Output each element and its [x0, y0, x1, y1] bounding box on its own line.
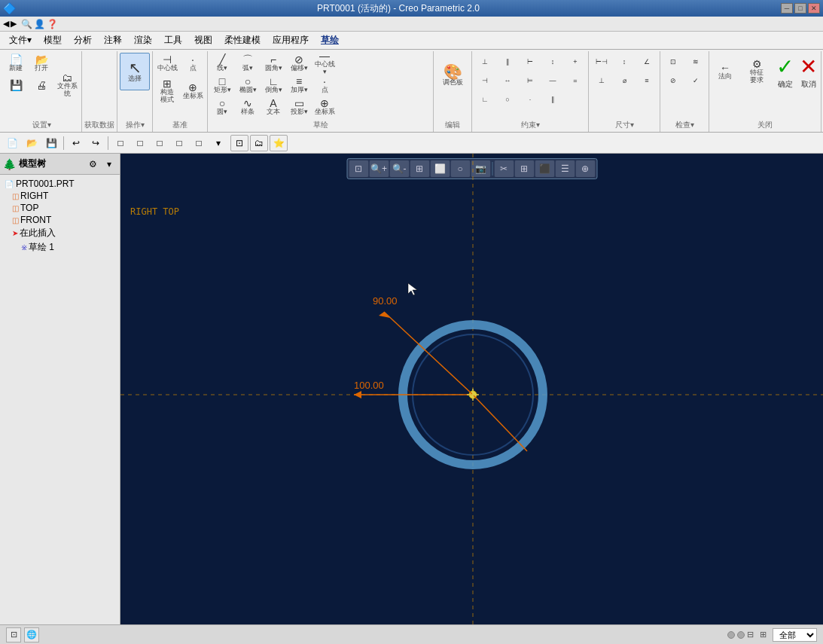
- menu-render[interactable]: 渲染: [128, 32, 158, 48]
- point-button[interactable]: ·点: [181, 53, 205, 74]
- help-icon[interactable]: ❓: [47, 19, 58, 29]
- inspect4-button[interactable]: ✓: [685, 72, 706, 90]
- palette-button[interactable]: 🎨 调色板: [436, 53, 469, 98]
- c1-button[interactable]: ⊥: [474, 53, 495, 71]
- c4-button[interactable]: ↕: [542, 53, 563, 71]
- panel-settings-btn[interactable]: ⚙: [85, 157, 100, 172]
- coord-system2-button[interactable]: ⊕坐标系: [312, 96, 337, 118]
- vt-zoom-out[interactable]: 🔍-: [389, 160, 409, 177]
- panel-expand-btn[interactable]: ▾: [102, 157, 117, 172]
- new-button[interactable]: 📄新建: [4, 53, 28, 74]
- centerline2-button[interactable]: —中心线▾: [312, 53, 337, 74]
- c12-button[interactable]: ○: [497, 90, 518, 108]
- panel-toggle-btn2[interactable]: 🗂: [250, 135, 268, 151]
- tree-item-right[interactable]: ◫ RIGHT: [3, 190, 117, 202]
- ellipse-button[interactable]: ○椭圆▾: [236, 75, 260, 96]
- menu-file[interactable]: 文件▾: [3, 32, 38, 48]
- vt-zoom-in[interactable]: 🔍+: [369, 160, 389, 177]
- d5-button[interactable]: ⌀: [614, 72, 635, 90]
- d1-button[interactable]: ⊢⊣: [591, 53, 612, 71]
- c2-button[interactable]: ∥: [497, 53, 518, 71]
- undo-button[interactable]: ↩: [67, 135, 85, 151]
- normal-direction-button[interactable]: ←法向: [712, 53, 739, 90]
- vt-pan[interactable]: ○: [450, 160, 470, 177]
- rectangle-button[interactable]: □矩形▾: [210, 75, 234, 96]
- status-icon-1[interactable]: ⊡: [6, 627, 21, 642]
- construct-mode-button[interactable]: ⊞ 构造模式: [155, 76, 179, 106]
- search-icon[interactable]: 🔍: [21, 19, 32, 29]
- menu-model[interactable]: 模型: [38, 32, 68, 48]
- c13-button[interactable]: ·: [520, 90, 541, 108]
- c9-button[interactable]: —: [542, 72, 563, 90]
- menu-analysis[interactable]: 分析: [68, 32, 98, 48]
- vt-refit[interactable]: ⊞: [410, 160, 429, 177]
- thicken-button[interactable]: ≡加厚▾: [287, 75, 311, 96]
- fillet-button[interactable]: ⌐圆角▾: [261, 53, 285, 74]
- file-system-button[interactable]: 🗂文件系统: [55, 75, 79, 96]
- confirm-cancel-button[interactable]: ✕ 取消: [798, 53, 818, 90]
- user-icon[interactable]: 👤: [34, 19, 45, 29]
- open-button[interactable]: 📂打开: [29, 53, 53, 74]
- centerline-button[interactable]: ⊣中心线: [155, 53, 179, 74]
- tree-item-front[interactable]: ◫ FRONT: [3, 214, 117, 226]
- vt-zoom-fit[interactable]: ⊡: [349, 160, 368, 177]
- menu-view[interactable]: 视图: [188, 32, 218, 48]
- d3-button[interactable]: ∠: [636, 53, 657, 71]
- confirm-ok-button[interactable]: ✓ 确定: [775, 53, 795, 90]
- panel-toggle-btn3[interactable]: ⭐: [270, 135, 288, 151]
- more-button[interactable]: ▾: [209, 135, 227, 151]
- menu-sketch[interactable]: 草绘: [315, 32, 345, 48]
- c3-button[interactable]: ⊢: [520, 53, 541, 71]
- menu-flexible[interactable]: 柔性建模: [218, 32, 267, 48]
- menu-annotation[interactable]: 注释: [98, 32, 128, 48]
- project-button[interactable]: ▭投影▾: [287, 96, 311, 118]
- feature-requirements-button[interactable]: ⚙特征要求: [742, 53, 772, 90]
- vt-shade[interactable]: ⬛: [535, 160, 554, 177]
- zoom-select[interactable]: 全部 50% 100%: [773, 628, 817, 642]
- nav-forward-icon[interactable]: ▶: [11, 19, 17, 29]
- inspect1-button[interactable]: ⊡: [663, 53, 684, 71]
- text-button[interactable]: A文本: [261, 96, 285, 118]
- chamfer-button[interactable]: ∟倒角▾: [261, 75, 285, 96]
- vt-plus[interactable]: ⊕: [575, 160, 595, 177]
- inspect2-button[interactable]: ≋: [685, 53, 706, 71]
- close-button[interactable]: ✕: [808, 3, 820, 14]
- tree-item-insert[interactable]: ➤ 在此插入: [3, 226, 117, 240]
- select-tool-button[interactable]: ↖ 选择: [120, 53, 150, 90]
- new2-button[interactable]: 📄: [3, 135, 21, 151]
- tree-item-sketch1[interactable]: ※ 草绘 1: [3, 240, 117, 255]
- c6-button[interactable]: ⊣: [474, 72, 495, 90]
- redo-button[interactable]: ↪: [87, 135, 105, 151]
- print-button[interactable]: 🖨: [29, 75, 53, 96]
- d4-button[interactable]: ⊥: [591, 72, 612, 90]
- model-view-button[interactable]: □: [151, 135, 169, 151]
- nav-back-icon[interactable]: ◀: [3, 19, 9, 29]
- menu-tools[interactable]: 工具: [158, 32, 188, 48]
- line-button[interactable]: ╱线▾: [210, 53, 234, 74]
- repaint-button[interactable]: □: [111, 135, 130, 151]
- d2-button[interactable]: ↕: [614, 53, 635, 71]
- menu-apps[interactable]: 应用程序: [267, 32, 315, 48]
- save-button[interactable]: 💾: [4, 75, 28, 96]
- point2-button[interactable]: ·点: [312, 75, 337, 96]
- spline-button[interactable]: ∿样条: [236, 96, 260, 118]
- inspect3-button[interactable]: ⊘: [663, 72, 684, 90]
- c11-button[interactable]: ∟: [474, 90, 495, 108]
- open2-button[interactable]: 📂: [23, 135, 41, 151]
- panel-toggle-btn1[interactable]: ⊡: [230, 135, 248, 151]
- c14-button[interactable]: ∥: [542, 90, 563, 108]
- c10-button[interactable]: =: [565, 72, 586, 90]
- tree-item-prt[interactable]: 📄 PRT0001.PRT: [3, 178, 117, 190]
- save2-button[interactable]: 💾: [42, 135, 60, 151]
- d6-button[interactable]: ≡: [636, 72, 657, 90]
- shade-button[interactable]: □: [190, 135, 208, 151]
- vt-scissors[interactable]: ✂: [494, 160, 514, 177]
- maximize-button[interactable]: □: [794, 3, 806, 14]
- circle-button[interactable]: ○圆▾: [210, 96, 234, 118]
- vt-list[interactable]: ☰: [555, 160, 575, 177]
- c5-button[interactable]: +: [565, 53, 586, 71]
- offset-button[interactable]: ⊘偏移▾: [287, 53, 311, 74]
- vt-grid[interactable]: ⊞: [514, 160, 534, 177]
- status-icon-2[interactable]: 🌐: [24, 627, 39, 642]
- view-button[interactable]: □: [131, 135, 149, 151]
